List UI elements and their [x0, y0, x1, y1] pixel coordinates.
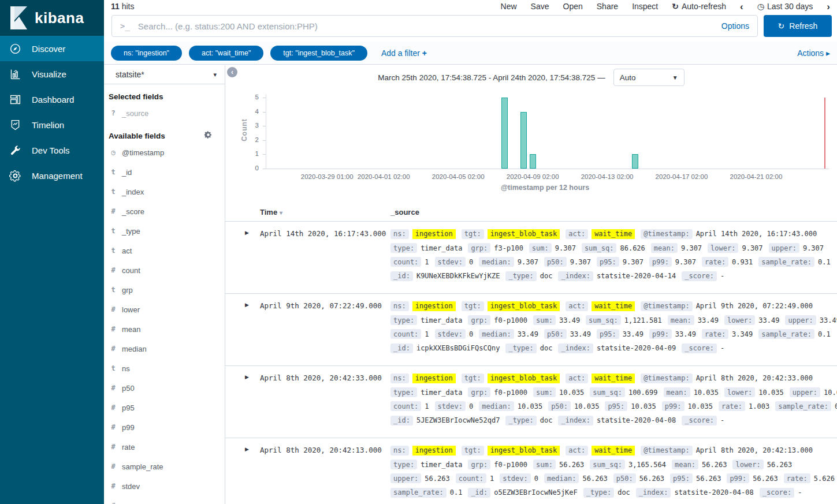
time-back-button[interactable]: ‹	[740, 2, 743, 12]
field-p99[interactable]: #p99	[104, 417, 225, 437]
y-tick-mark	[263, 140, 266, 141]
time-forward-button[interactable]: ›	[827, 2, 830, 12]
nav-item-label: Dashboard	[32, 95, 74, 104]
field-type-icon: #	[110, 404, 117, 412]
nav-item-management[interactable]: Management	[0, 163, 104, 188]
field-mean[interactable]: #mean	[104, 319, 225, 339]
field-settings-gear-icon[interactable]	[204, 131, 212, 140]
nav-item-visualize[interactable]: Visualize	[0, 61, 104, 87]
field-value: 1	[425, 330, 429, 338]
field-count[interactable]: #count	[104, 260, 225, 280]
field-value: o5EZW3EBrIocwNe5jKeF	[494, 488, 578, 496]
field--timestamp[interactable]: ◷@timestamp	[104, 143, 225, 162]
field-badge: _id:	[390, 271, 413, 281]
filter-pill[interactable]: ns: "ingestion"	[111, 46, 182, 61]
field-badge: sum_sq:	[582, 243, 617, 253]
auto-refresh-button[interactable]: ↻Auto-refresh	[672, 2, 726, 11]
field--type[interactable]: t_type	[104, 221, 225, 241]
field-badge: _index:	[636, 488, 671, 498]
field-value: timer_data	[421, 389, 462, 397]
field-badge: sum:	[533, 387, 556, 397]
field-value: 0.1	[450, 488, 463, 496]
field-value: 56.263	[702, 461, 727, 469]
field-badge: _score:	[682, 271, 717, 281]
documents-table: Time▾ _source ▶April 14th 2020, 16:17:43…	[225, 206, 837, 504]
nav-item-label: Management	[32, 171, 83, 181]
menu-save[interactable]: Save	[531, 2, 549, 11]
field-badge: @timestamp:	[641, 301, 692, 311]
field-rate[interactable]: #rate	[104, 437, 225, 457]
expand-toggle-icon[interactable]: ▶	[245, 302, 249, 308]
field-value: doc	[617, 488, 630, 496]
field-median[interactable]: #median	[104, 339, 225, 359]
expand-toggle-icon[interactable]: ▶	[245, 446, 249, 452]
field--score[interactable]: #_score	[104, 201, 225, 221]
y-tick-mark	[263, 98, 266, 98]
add-filter-button[interactable]: Add a filter +	[381, 48, 427, 58]
field-sum[interactable]: #sum	[104, 496, 225, 504]
field-name: median	[122, 345, 147, 353]
y-tick-label: 2	[241, 136, 259, 143]
field-name: count	[122, 266, 140, 275]
filter-pill[interactable]: tgt: "ingest_blob_task"	[270, 46, 367, 61]
field-name: sample_rate	[122, 462, 163, 471]
field-badge: sum_sq:	[590, 387, 625, 397]
menu-open[interactable]: Open	[563, 2, 583, 11]
histogram-bar[interactable]	[632, 154, 638, 169]
field-stdev[interactable]: #stdev	[104, 476, 225, 496]
histogram-bar[interactable]	[501, 98, 508, 169]
histogram-bar[interactable]	[530, 154, 536, 169]
expand-toggle-icon[interactable]: ▶	[245, 230, 249, 236]
kibana-logo[interactable]: kibana	[0, 0, 104, 36]
menu-inspect[interactable]: Inspect	[632, 2, 658, 11]
field-grp[interactable]: tgrp	[104, 280, 225, 300]
field-value: 33.49	[623, 330, 643, 338]
field-sample-rate[interactable]: #sample_rate	[104, 457, 225, 476]
nav-item-timelion[interactable]: Timelion	[0, 112, 104, 137]
field--id[interactable]: t_id	[104, 162, 225, 182]
y-tick-mark	[263, 169, 266, 169]
filter-pill[interactable]: act: "wait_time"	[189, 46, 263, 61]
nav-item-dashboard[interactable]: Dashboard	[0, 87, 104, 112]
field-badge: type:	[390, 460, 417, 469]
column-header-source[interactable]: _source	[390, 208, 419, 216]
actions-link[interactable]: Actions ▸	[797, 48, 830, 58]
field-act[interactable]: tact	[104, 241, 225, 260]
field-lower[interactable]: #lower	[104, 300, 225, 319]
options-link[interactable]: Options	[721, 21, 749, 31]
field-p50[interactable]: #p50	[104, 378, 225, 398]
field-value: 9.307	[675, 258, 696, 266]
field-badge: p99:	[649, 257, 672, 267]
field-ns[interactable]: tns	[104, 359, 225, 378]
time-range-button[interactable]: ◷Last 30 days	[757, 2, 813, 11]
doc-source: ns:ingestiontgt:ingest_blob_taskact:wait…	[390, 299, 831, 356]
x-tick-label: 2020-04-05 02:00	[421, 173, 496, 180]
nav-item-discover[interactable]: Discover	[0, 36, 104, 61]
field-value: 9.307	[518, 258, 538, 266]
field-value: -	[720, 416, 724, 424]
nav-item-dev-tools[interactable]: Dev Tools	[0, 137, 104, 163]
menu-new[interactable]: New	[501, 2, 517, 11]
field-badge: _type:	[505, 344, 536, 353]
field--source[interactable]: ?_source	[104, 103, 225, 123]
field-badge: lower:	[732, 460, 763, 469]
menu-share[interactable]: Share	[597, 2, 618, 11]
expand-toggle-icon[interactable]: ▶	[245, 374, 249, 380]
field-badge: p99:	[727, 473, 749, 483]
field-value: 1	[490, 475, 494, 483]
field--index[interactable]: t_index	[104, 182, 225, 201]
histogram-bar[interactable]	[520, 112, 527, 169]
field-value: 1	[425, 402, 429, 410]
refresh-button[interactable]: ↻ Refresh	[764, 15, 832, 37]
search-input[interactable]	[138, 21, 721, 31]
field-badge: count:	[456, 473, 486, 483]
field-value: 33.49	[675, 330, 696, 338]
compass-icon	[9, 43, 21, 55]
field-badge: _id:	[390, 344, 413, 353]
column-header-time[interactable]: Time▾	[260, 208, 282, 216]
field-value: April 14th 2020, 16:17:43.000	[696, 230, 817, 238]
gear-icon	[9, 170, 21, 182]
field-p95[interactable]: #p95	[104, 398, 225, 417]
index-pattern-selector[interactable]: statsite* ▾	[104, 65, 225, 84]
field-value: timer_data	[421, 244, 462, 252]
